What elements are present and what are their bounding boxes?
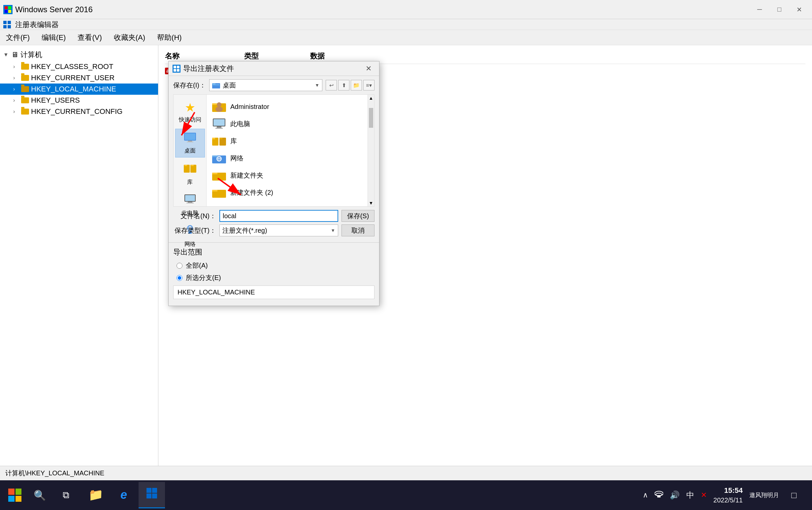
arrow-hku: › <box>13 97 20 103</box>
computer-icon: 🖥 <box>11 51 19 59</box>
svg-rect-39 <box>215 128 223 129</box>
filename-input[interactable] <box>219 210 338 222</box>
menu-view[interactable]: 查看(V) <box>75 31 104 44</box>
status-text: 计算机\HKEY_LOCAL_MACHINE <box>5 469 104 478</box>
dialog-body: ★ 快速访问 桌面 <box>173 94 374 207</box>
svg-rect-8 <box>174 66 176 68</box>
scroll-thumb[interactable] <box>369 108 373 128</box>
save-button[interactable]: 保存(S) <box>341 210 374 222</box>
filename-row: 文件名(N)： 保存(S) <box>173 210 374 222</box>
file-item-newfolder2[interactable]: 新建文件夹 (2) <box>210 184 364 201</box>
dialog-titlebar: 导出注册表文件 ✕ <box>169 61 379 76</box>
nav-desktop-label: 桌面 <box>184 147 196 154</box>
window-title: Windows Server 2016 <box>15 5 809 14</box>
notify-label: 遨风翔明月 <box>749 491 779 499</box>
menu-file[interactable]: 文件(F) <box>3 31 32 44</box>
radio-all-input[interactable] <box>177 263 182 269</box>
toolbar-new-folder-btn[interactable]: 📁 <box>351 80 362 90</box>
star-icon: ★ <box>185 101 195 115</box>
svg-rect-18 <box>187 142 193 142</box>
file-newfolder2-label: 新建文件夹 (2) <box>230 188 273 197</box>
ime-icon[interactable]: 中 <box>686 490 694 501</box>
tree-root[interactable]: ▼ 🖥 计算机 <box>0 49 158 61</box>
nav-network-label: 网络 <box>184 240 196 248</box>
tree-item-label-hkcu: HKEY_CURRENT_USER <box>31 74 115 82</box>
radio-selected[interactable]: 所选分支(E) <box>177 273 374 282</box>
taskbar-app-explorer[interactable]: 📁 <box>83 482 109 508</box>
computer-icon-nav <box>184 194 196 208</box>
taskbar-app-regedit[interactable] <box>139 482 165 508</box>
app-title: 注册表编辑器 <box>15 20 59 30</box>
tree-item-hkcr[interactable]: › HKEY_CLASSES_ROOT <box>0 61 158 72</box>
save-location-value: 桌面 <box>223 81 236 90</box>
save-location-select[interactable]: 桌面 <box>209 79 322 91</box>
svg-rect-1 <box>8 6 11 9</box>
file-library-label: 库 <box>230 137 237 146</box>
cancel-button[interactable]: 取消 <box>341 224 374 236</box>
svg-rect-14 <box>213 85 219 85</box>
toolbar-up-btn[interactable]: ⬆ <box>338 80 350 90</box>
dialog-left-nav: ★ 快速访问 桌面 <box>174 95 207 206</box>
nav-desktop[interactable]: 桌面 <box>175 129 205 158</box>
my-computer-icon <box>212 118 227 130</box>
col-name: 名称 <box>165 51 218 61</box>
network-folder-icon <box>212 152 227 164</box>
radio-all-label: 全部(A) <box>186 261 208 270</box>
file-item-admin[interactable]: Administrator <box>210 98 364 115</box>
task-view-button[interactable]: ⧉ <box>53 484 79 507</box>
minimize-button[interactable]: ─ <box>750 3 769 16</box>
nav-quick-access[interactable]: ★ 快速访问 <box>175 98 205 126</box>
status-bar: 计算机\HKEY_LOCAL_MACHINE <box>0 466 812 480</box>
close-button[interactable]: ✕ <box>789 3 809 16</box>
scroll-up[interactable]: ▲ <box>368 95 374 101</box>
close-tray-icon[interactable]: ✕ <box>701 491 707 500</box>
dialog-scrollbar[interactable]: ▲ ▼ <box>367 95 374 206</box>
tree-item-hku[interactable]: › HKEY_USERS <box>0 95 158 106</box>
scroll-down[interactable]: ▼ <box>368 200 374 206</box>
tree-item-hkcu[interactable]: › HKEY_CURRENT_USER <box>0 72 158 84</box>
svg-rect-24 <box>185 195 195 201</box>
taskbar-app-ie[interactable]: e <box>111 482 137 508</box>
volume-tray-icon[interactable]: 🔊 <box>670 490 680 500</box>
file-item-newfolder1[interactable]: 新建文件夹 <box>210 167 364 184</box>
file-item-library[interactable]: 库 <box>210 132 364 149</box>
explorer-icon: 📁 <box>88 488 103 502</box>
menu-edit[interactable]: 编辑(E) <box>39 31 68 44</box>
dialog-file-list: Administrator 此电脑 <box>207 95 367 206</box>
filetype-select[interactable]: 注册文件(*.reg) <box>219 224 338 236</box>
network-tray-icon[interactable] <box>655 490 663 500</box>
svg-rect-0 <box>5 6 8 9</box>
maximize-button[interactable]: □ <box>770 3 789 16</box>
dialog-close-button[interactable]: ✕ <box>362 63 375 75</box>
svg-point-34 <box>217 102 221 107</box>
nav-library-label: 库 <box>187 178 193 186</box>
taskbar: 🔍 ⧉ 📁 e ∧ <box>0 480 812 510</box>
tree-item-hklm[interactable]: › HKEY_LOCAL_MACHINE <box>0 84 158 95</box>
svg-rect-50 <box>212 173 217 174</box>
tree-item-hkcc[interactable]: › HKEY_CURRENT_CONFIG <box>0 106 158 117</box>
nav-library[interactable]: 库 <box>175 160 205 189</box>
filetype-row: 保存类型(T)： 注册文件(*.reg) 取消 <box>173 224 374 236</box>
app-icon-small <box>3 5 12 14</box>
arrow-hkcu: › <box>13 75 20 81</box>
radio-group: 全部(A) 所选分支(E) <box>177 261 374 282</box>
toolbar-back-btn[interactable]: ↩ <box>326 80 337 90</box>
file-item-mypc[interactable]: 此电脑 <box>210 115 364 132</box>
filetype-label: 保存类型(T)： <box>173 226 216 235</box>
file-newfolder1-label: 新建文件夹 <box>230 171 263 180</box>
taskbar-clock[interactable]: 15:54 2022/5/11 <box>713 486 743 505</box>
menu-favorites[interactable]: 收藏夹(A) <box>111 31 148 44</box>
file-mypc-label: 此电脑 <box>230 119 250 129</box>
radio-selected-input[interactable] <box>177 275 182 281</box>
menu-help[interactable]: 帮助(H) <box>154 31 184 44</box>
tray-up-icon[interactable]: ∧ <box>643 491 648 500</box>
taskbar-search-button[interactable]: 🔍 <box>26 484 53 507</box>
action-center-button[interactable]: □ <box>786 484 802 507</box>
radio-all[interactable]: 全部(A) <box>177 261 374 270</box>
svg-rect-6 <box>3 25 7 28</box>
start-button[interactable] <box>3 484 26 507</box>
svg-rect-59 <box>147 493 151 499</box>
library-icon <box>184 163 196 177</box>
toolbar-view-btn[interactable]: ≡▾ <box>363 80 374 90</box>
file-item-network[interactable]: 网络 <box>210 149 364 167</box>
